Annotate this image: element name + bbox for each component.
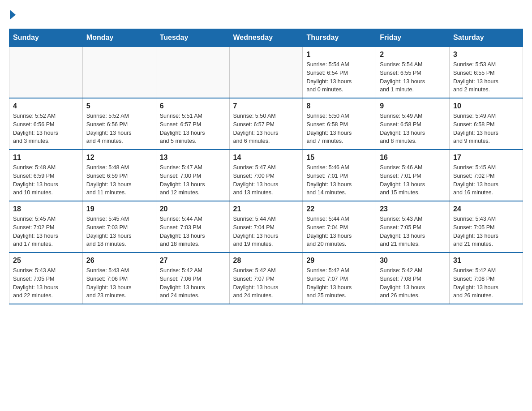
- day-number: 2: [380, 51, 446, 59]
- weekday-header-monday: Monday: [82, 29, 156, 47]
- day-info: Sunrise: 5:42 AM Sunset: 7:07 PM Dayligh…: [233, 266, 299, 300]
- calendar-cell: 31Sunrise: 5:42 AM Sunset: 7:08 PM Dayli…: [450, 253, 523, 304]
- calendar-cell: [229, 47, 303, 98]
- day-info: Sunrise: 5:49 AM Sunset: 6:58 PM Dayligh…: [380, 112, 446, 146]
- day-number: 20: [160, 205, 226, 213]
- day-number: 31: [453, 257, 519, 265]
- calendar-cell: 5Sunrise: 5:52 AM Sunset: 6:56 PM Daylig…: [82, 98, 156, 150]
- calendar-cell: 24Sunrise: 5:43 AM Sunset: 7:05 PM Dayli…: [450, 201, 523, 253]
- calendar-cell: 14Sunrise: 5:47 AM Sunset: 7:00 PM Dayli…: [229, 150, 303, 201]
- calendar-cell: [82, 47, 156, 98]
- calendar-cell: 25Sunrise: 5:43 AM Sunset: 7:05 PM Dayli…: [9, 253, 83, 304]
- day-info: Sunrise: 5:53 AM Sunset: 6:55 PM Dayligh…: [453, 60, 519, 94]
- calendar-week-row: 25Sunrise: 5:43 AM Sunset: 7:05 PM Dayli…: [9, 253, 523, 304]
- day-info: Sunrise: 5:48 AM Sunset: 6:59 PM Dayligh…: [13, 163, 79, 197]
- page-header: [9, 9, 523, 20]
- calendar-week-row: 18Sunrise: 5:45 AM Sunset: 7:02 PM Dayli…: [9, 201, 523, 253]
- weekday-header-saturday: Saturday: [450, 29, 523, 47]
- weekday-header-sunday: Sunday: [9, 29, 83, 47]
- calendar-cell: 19Sunrise: 5:45 AM Sunset: 7:03 PM Dayli…: [82, 201, 156, 253]
- calendar-cell: 20Sunrise: 5:44 AM Sunset: 7:03 PM Dayli…: [156, 201, 229, 253]
- calendar-cell: 3Sunrise: 5:53 AM Sunset: 6:55 PM Daylig…: [450, 47, 523, 98]
- calendar-week-row: 1Sunrise: 5:54 AM Sunset: 6:54 PM Daylig…: [9, 47, 523, 98]
- calendar-cell: 8Sunrise: 5:50 AM Sunset: 6:58 PM Daylig…: [303, 98, 376, 150]
- day-info: Sunrise: 5:51 AM Sunset: 6:57 PM Dayligh…: [160, 112, 226, 146]
- day-number: 8: [306, 102, 372, 110]
- day-number: 24: [453, 205, 519, 213]
- calendar-cell: 23Sunrise: 5:43 AM Sunset: 7:05 PM Dayli…: [376, 201, 450, 253]
- calendar-cell: 13Sunrise: 5:47 AM Sunset: 7:00 PM Dayli…: [156, 150, 229, 201]
- day-info: Sunrise: 5:44 AM Sunset: 7:03 PM Dayligh…: [160, 215, 226, 248]
- calendar-cell: 27Sunrise: 5:42 AM Sunset: 7:06 PM Dayli…: [156, 253, 229, 304]
- calendar-cell: 9Sunrise: 5:49 AM Sunset: 6:58 PM Daylig…: [376, 98, 450, 150]
- day-number: 26: [86, 257, 152, 265]
- calendar-cell: 30Sunrise: 5:42 AM Sunset: 7:08 PM Dayli…: [376, 253, 450, 304]
- day-number: 27: [160, 257, 226, 265]
- calendar-cell: 2Sunrise: 5:54 AM Sunset: 6:55 PM Daylig…: [376, 47, 450, 98]
- day-number: 3: [453, 51, 519, 59]
- calendar-cell: 18Sunrise: 5:45 AM Sunset: 7:02 PM Dayli…: [9, 201, 83, 253]
- day-number: 17: [453, 154, 519, 162]
- day-info: Sunrise: 5:54 AM Sunset: 6:55 PM Dayligh…: [380, 60, 446, 94]
- day-info: Sunrise: 5:43 AM Sunset: 7:05 PM Dayligh…: [453, 215, 519, 248]
- day-info: Sunrise: 5:42 AM Sunset: 7:08 PM Dayligh…: [453, 266, 519, 300]
- calendar-cell: 7Sunrise: 5:50 AM Sunset: 6:57 PM Daylig…: [229, 98, 303, 150]
- day-info: Sunrise: 5:42 AM Sunset: 7:07 PM Dayligh…: [306, 266, 372, 300]
- day-info: Sunrise: 5:45 AM Sunset: 7:03 PM Dayligh…: [86, 215, 152, 248]
- day-number: 15: [306, 154, 372, 162]
- day-info: Sunrise: 5:50 AM Sunset: 6:58 PM Dayligh…: [306, 112, 372, 146]
- calendar-cell: 17Sunrise: 5:45 AM Sunset: 7:02 PM Dayli…: [450, 150, 523, 201]
- calendar-cell: 10Sunrise: 5:49 AM Sunset: 6:58 PM Dayli…: [450, 98, 523, 150]
- day-info: Sunrise: 5:43 AM Sunset: 7:06 PM Dayligh…: [86, 266, 152, 300]
- day-number: 22: [306, 205, 372, 213]
- calendar-cell: 26Sunrise: 5:43 AM Sunset: 7:06 PM Dayli…: [82, 253, 156, 304]
- calendar-cell: 21Sunrise: 5:44 AM Sunset: 7:04 PM Dayli…: [229, 201, 303, 253]
- day-info: Sunrise: 5:43 AM Sunset: 7:05 PM Dayligh…: [380, 215, 446, 248]
- day-info: Sunrise: 5:47 AM Sunset: 7:00 PM Dayligh…: [233, 163, 299, 197]
- calendar-cell: 1Sunrise: 5:54 AM Sunset: 6:54 PM Daylig…: [303, 47, 376, 98]
- day-number: 5: [86, 102, 152, 110]
- calendar-week-row: 11Sunrise: 5:48 AM Sunset: 6:59 PM Dayli…: [9, 150, 523, 201]
- day-number: 16: [380, 154, 446, 162]
- day-number: 29: [306, 257, 372, 265]
- logo: [9, 9, 16, 20]
- day-info: Sunrise: 5:42 AM Sunset: 7:08 PM Dayligh…: [380, 266, 446, 300]
- weekday-header-thursday: Thursday: [303, 29, 376, 47]
- day-info: Sunrise: 5:54 AM Sunset: 6:54 PM Dayligh…: [306, 60, 372, 94]
- day-number: 25: [13, 257, 79, 265]
- day-number: 4: [13, 102, 79, 110]
- day-number: 12: [86, 154, 152, 162]
- day-info: Sunrise: 5:44 AM Sunset: 7:04 PM Dayligh…: [306, 215, 372, 248]
- calendar-week-row: 4Sunrise: 5:52 AM Sunset: 6:56 PM Daylig…: [9, 98, 523, 150]
- day-info: Sunrise: 5:52 AM Sunset: 6:56 PM Dayligh…: [86, 112, 152, 146]
- logo-triangle-icon: [10, 10, 16, 20]
- day-info: Sunrise: 5:45 AM Sunset: 7:02 PM Dayligh…: [453, 163, 519, 197]
- day-number: 13: [160, 154, 226, 162]
- day-number: 19: [86, 205, 152, 213]
- calendar-cell: 29Sunrise: 5:42 AM Sunset: 7:07 PM Dayli…: [303, 253, 376, 304]
- day-info: Sunrise: 5:50 AM Sunset: 6:57 PM Dayligh…: [233, 112, 299, 146]
- day-number: 9: [380, 102, 446, 110]
- day-info: Sunrise: 5:47 AM Sunset: 7:00 PM Dayligh…: [160, 163, 226, 197]
- calendar-cell: 16Sunrise: 5:46 AM Sunset: 7:01 PM Dayli…: [376, 150, 450, 201]
- day-info: Sunrise: 5:45 AM Sunset: 7:02 PM Dayligh…: [13, 215, 79, 248]
- calendar-table: SundayMondayTuesdayWednesdayThursdayFrid…: [9, 29, 523, 304]
- day-info: Sunrise: 5:42 AM Sunset: 7:06 PM Dayligh…: [160, 266, 226, 300]
- weekday-header-friday: Friday: [376, 29, 450, 47]
- day-number: 18: [13, 205, 79, 213]
- calendar-cell: 15Sunrise: 5:46 AM Sunset: 7:01 PM Dayli…: [303, 150, 376, 201]
- day-number: 11: [13, 154, 79, 162]
- day-number: 6: [160, 102, 226, 110]
- day-info: Sunrise: 5:48 AM Sunset: 6:59 PM Dayligh…: [86, 163, 152, 197]
- day-number: 7: [233, 102, 299, 110]
- day-number: 23: [380, 205, 446, 213]
- day-number: 14: [233, 154, 299, 162]
- weekday-header-tuesday: Tuesday: [156, 29, 229, 47]
- calendar-cell: 11Sunrise: 5:48 AM Sunset: 6:59 PM Dayli…: [9, 150, 83, 201]
- day-number: 21: [233, 205, 299, 213]
- day-info: Sunrise: 5:43 AM Sunset: 7:05 PM Dayligh…: [13, 266, 79, 300]
- calendar-cell: 6Sunrise: 5:51 AM Sunset: 6:57 PM Daylig…: [156, 98, 229, 150]
- day-number: 1: [306, 51, 372, 59]
- calendar-cell: 22Sunrise: 5:44 AM Sunset: 7:04 PM Dayli…: [303, 201, 376, 253]
- day-info: Sunrise: 5:44 AM Sunset: 7:04 PM Dayligh…: [233, 215, 299, 248]
